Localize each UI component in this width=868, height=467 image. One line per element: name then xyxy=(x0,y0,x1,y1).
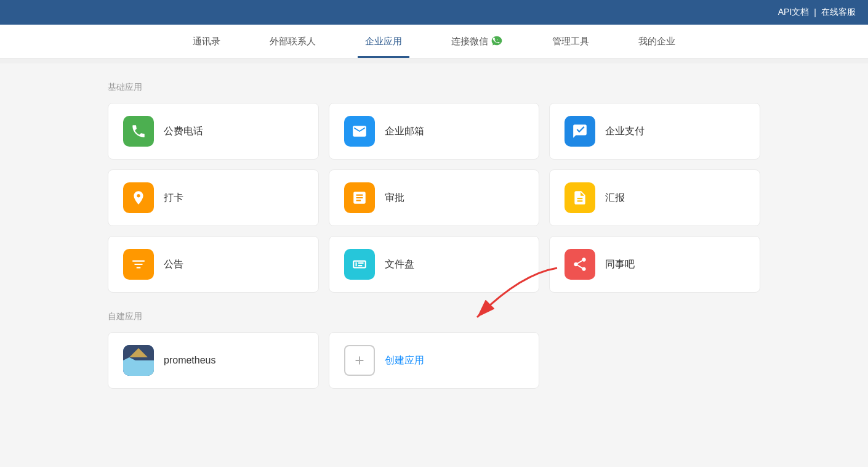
colleague-icon xyxy=(565,249,595,280)
nav-items: 通讯录 外部联系人 企业应用 连接微信 管理工具 我的企业 xyxy=(168,25,700,58)
basic-apps-title: 基础应用 xyxy=(108,82,760,93)
nav-item-wechat[interactable]: 连接微信 xyxy=(427,25,528,58)
create-app-card[interactable]: 创建应用 xyxy=(329,332,540,389)
create-app-icon xyxy=(344,345,375,376)
app-card-prometheus[interactable]: prometheus xyxy=(108,332,319,389)
nav-separator xyxy=(0,59,868,63)
report-icon xyxy=(565,182,595,213)
app-card-approval[interactable]: 审批 xyxy=(329,169,540,226)
app-name-colleague: 同事吧 xyxy=(605,258,635,271)
main-content: 基础应用 公费电话 企业邮箱 xyxy=(95,63,773,407)
self-built-apps-section: 自建应用 prometheus xyxy=(108,311,760,389)
self-built-apps-grid: prometheus 创建应用 xyxy=(108,332,760,389)
app-card-email[interactable]: 企业邮箱 xyxy=(329,103,540,160)
app-name-payment: 企业支付 xyxy=(605,125,645,138)
basic-apps-section: 基础应用 公费电话 企业邮箱 xyxy=(108,82,760,293)
nav-item-apps[interactable]: 企业应用 xyxy=(340,25,427,58)
online-service-link[interactable]: 在线客服 xyxy=(821,7,856,18)
app-card-notice[interactable]: 公告 xyxy=(108,236,319,293)
app-name-phone: 公费电话 xyxy=(164,125,203,138)
app-name-prometheus: prometheus xyxy=(164,355,216,366)
approval-icon xyxy=(344,182,375,213)
notice-icon xyxy=(123,249,154,280)
create-app-label: 创建应用 xyxy=(385,354,424,367)
app-card-payment[interactable]: 企业支付 xyxy=(549,103,760,160)
self-built-apps-title: 自建应用 xyxy=(108,311,760,322)
payment-icon xyxy=(565,116,595,147)
phone-icon xyxy=(123,116,154,147)
wechat-icon xyxy=(491,35,503,47)
nav-item-tools[interactable]: 管理工具 xyxy=(528,25,614,58)
app-card-colleague[interactable]: 同事吧 xyxy=(549,236,760,293)
app-card-report[interactable]: 汇报 xyxy=(549,169,760,226)
app-name-report: 汇报 xyxy=(605,192,625,205)
app-card-checkin[interactable]: 打卡 xyxy=(108,169,319,226)
nav-item-external[interactable]: 外部联系人 xyxy=(245,25,340,58)
app-name-checkin: 打卡 xyxy=(164,192,183,205)
app-name-drive: 文件盘 xyxy=(385,258,414,271)
app-card-phone[interactable]: 公费电话 xyxy=(108,103,319,160)
app-card-drive[interactable]: 文件盘 xyxy=(329,236,540,293)
top-bar: API文档 | 在线客服 xyxy=(0,0,868,25)
checkin-icon xyxy=(123,182,154,213)
top-bar-divider: | xyxy=(814,7,816,17)
nav-item-mycompany[interactable]: 我的企业 xyxy=(614,25,700,58)
nav-bar: 通讯录 外部联系人 企业应用 连接微信 管理工具 我的企业 xyxy=(0,25,868,59)
app-name-notice: 公告 xyxy=(164,258,183,271)
prometheus-app-icon xyxy=(123,345,154,376)
app-name-email: 企业邮箱 xyxy=(385,125,424,138)
basic-apps-grid: 公费电话 企业邮箱 企业支付 xyxy=(108,103,760,293)
nav-item-contacts[interactable]: 通讯录 xyxy=(168,25,245,58)
email-icon xyxy=(344,116,375,147)
drive-icon xyxy=(344,249,375,280)
app-name-approval: 审批 xyxy=(385,192,404,205)
api-docs-link[interactable]: API文档 xyxy=(778,7,810,18)
